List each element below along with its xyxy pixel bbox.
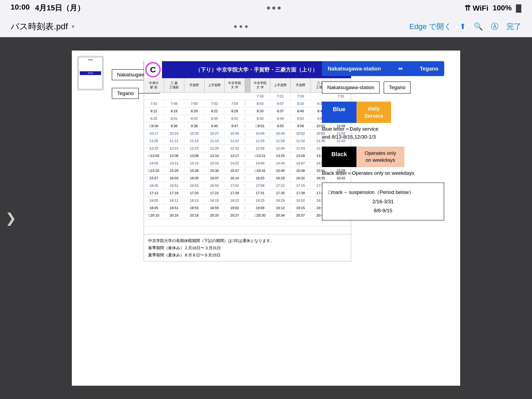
col-header-kamitegano: 上手賀野 [205,78,225,92]
time-cell: 8:12 [144,109,164,113]
table-row: 17:12 17:18 17:20 17:22 17:29 17:31 17:3… [144,189,351,197]
time-cell: 20:37 [290,213,311,217]
time-cell: 18:25 [250,198,271,202]
search-icon[interactable]: 🔍 [474,22,483,31]
time-cell: 17:29 [225,191,245,195]
time-cell: 8:45 [250,117,271,120]
table-row: 14:05 14:11 14:13 14:15 14:22 14:40 14:4… [144,160,351,167]
time-cell: 13:10 [205,154,225,158]
time-cell: 8:18 [164,109,184,113]
main-content: ❯ ••• 時刻表 Nakatsugawa-station Tegano [0,37,532,399]
time-cell: 15:48 [290,169,311,173]
time-cell: 17:22 [205,191,225,195]
time-cell: 8:42 [225,117,245,120]
edge-open-button[interactable]: Edge で開く [409,22,452,32]
table-row-empty [144,219,351,227]
share-icon[interactable]: ⬆ [460,22,466,31]
nav-left: バス時刻表.pdf ▾ [11,21,74,32]
time-cell: 18:51 [164,206,184,210]
time-cell: 17:31 [250,191,271,195]
thumbnail-menu-icon: ••• [88,57,93,62]
c-circle-container: C [144,61,162,78]
time-cell: □13:21 [250,154,271,158]
time-cell: 20:34 [270,213,290,217]
time-cell: 10:52 [290,131,311,135]
prev-page-arrow[interactable]: ❯ [5,210,16,226]
time-cell: 11:05 [144,139,164,143]
table-row: 16:45 16:51 16:53 16:55 17:02 17:08 17:1… [144,182,351,189]
route-header: C （下り）中京学院大学・手賀野・三菱方面（上り） [144,61,351,78]
table-row: 18:45 18:51 18:53 18:55 19:02 19:08 19:1… [144,204,351,212]
time-cell: 12:23 [184,146,205,150]
done-button[interactable]: 完了 [506,22,521,32]
col-header-mitsubishi: 三 菱工場前 [164,78,184,92]
time-cell: 19:12 [270,206,290,210]
time-cell: 12:36 [250,146,271,150]
time-cell: 8:37 [270,109,290,113]
time-cell: 17:35 [270,191,290,195]
table-row: 15:57 16:03 16:05 16:07 16:14 16:25 16:2… [144,174,351,182]
time-cell: 9:55 [270,124,290,128]
time-cell: 11:32 [290,139,311,143]
time-cell: 12:40 [270,146,290,150]
time-cell: □15:41 [250,169,271,173]
time-cell: □20:30 [250,213,271,217]
account-icon[interactable]: Ⓐ [491,22,498,32]
time-cell: 16:05 [184,176,205,180]
route-legend-box: Nakatsugawa-station ⇔ Tegano [322,61,444,76]
status-bar-left: 10:00 4月15日（月） [11,3,85,13]
weekday-only-label: Operates onlyon weekdays [365,150,396,163]
page-thumbnail[interactable]: ••• 時刻表 [77,56,104,90]
time-cell: 7:42 [144,102,164,106]
route-legend-arrow: ⇔ [398,65,403,72]
time-cell: 17:12 [144,191,164,195]
time-cell: 11:29 [270,139,290,143]
time-cell: 20:16 [164,213,184,217]
time-cell: 9:38 [184,124,205,128]
time-cell: 13:17 [225,154,245,158]
time-cell: 13:28 [290,154,311,158]
daily-service-label: dailyService [364,106,383,119]
time-cell: 8:20 [184,109,205,113]
time-cell: 19:15 [290,206,311,210]
time-cell: 17:18 [164,191,184,195]
table-row: □20:10 20:16 20:18 20:20 20:27 □20:30 20… [144,212,351,219]
table-row: □13:00 13:06 13:08 13:10 13:17 □13:21 13… [144,152,351,160]
time-cell: 11:11 [164,139,184,143]
time-cell: 16:32 [290,176,311,180]
blue-legend-desc: Blue letter＝Daily service and 8/13-8/15,… [322,125,444,141]
time-cell: 14:13 [184,161,205,165]
time-cell: 17:02 [225,184,245,188]
status-bar-right: ⇈ WiFi 100% ▓ [464,4,521,13]
time-cell: 7:59 [225,102,245,106]
table-row: 7:18 7:21 7:24 7:31 [144,93,351,100]
time-cell: 18:45 [144,206,164,210]
time-cell: 17:08 [250,184,271,188]
nav-right[interactable]: Edge で開く ⬆ 🔍 Ⓐ 完了 [409,22,521,32]
status-date: 4月15日（月） [35,3,85,13]
time-cell: 9:47 [225,124,245,128]
tegano-label: Tegano [117,90,134,96]
battery-icon: ▓ [516,4,521,12]
time-cell: 18:32 [290,198,311,202]
time-cell: 11:25 [250,139,271,143]
time-cell: 7:50 [184,102,205,106]
chevron-down-icon[interactable]: ▾ [72,23,74,30]
c-circle: C [145,62,161,77]
time-cell: □13:00 [144,154,164,158]
col-header-nakatsugawa: 中津川駅 前 [144,78,164,92]
time-cell: 18:05 [144,198,164,202]
col-header-chukyo: 中京学院大 学 [225,78,245,92]
black-legend-box: Black [322,147,356,167]
table-row: 7:42 7:48 7:50 7:52 7:59 8:03 8:07 8:10 … [144,100,351,107]
time-cell: 14:40 [250,161,271,165]
time-cell: 10:25 [184,131,205,135]
time-cell: 16:14 [225,176,245,180]
nav-bar: バス時刻表.pdf ▾ ••• Edge で開く ⬆ 🔍 Ⓐ 完了 [0,16,532,37]
table-row: 10:17 10:23 10:25 10:27 10:34 10:45 10:4… [144,130,351,137]
time-cell: 9:58 [290,124,311,128]
time-cell: 8:31 [164,117,184,120]
time-cell: 7:48 [164,102,184,106]
blue-legend-box: Blue [322,102,356,123]
time-cell: 17:12 [270,184,290,188]
